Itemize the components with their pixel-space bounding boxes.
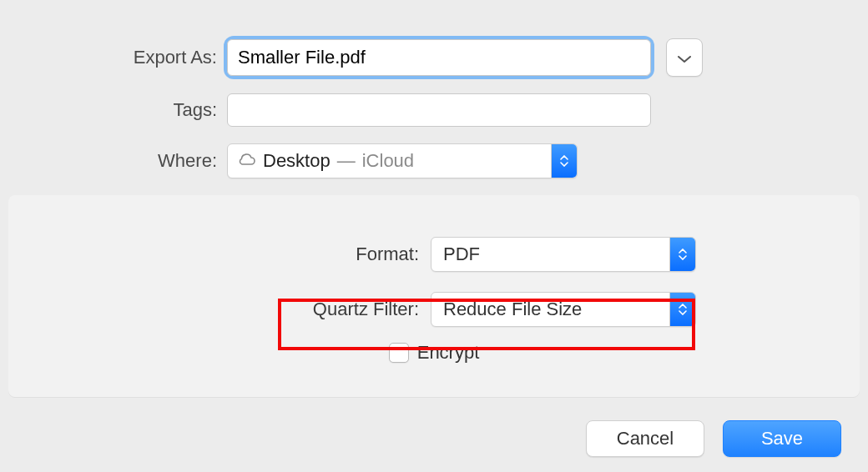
where-stepper-icon xyxy=(551,144,577,178)
tags-row: Tags: xyxy=(0,93,868,127)
where-provider: iCloud xyxy=(362,150,414,172)
format-stepper-icon xyxy=(669,238,695,271)
export-as-input[interactable] xyxy=(227,39,651,76)
where-separator: — xyxy=(337,150,356,172)
options-panel: Format: PDF Quartz Filter: Reduce File S… xyxy=(8,195,860,397)
format-select[interactable]: PDF xyxy=(431,237,696,272)
format-value: PDF xyxy=(431,244,669,265)
tags-input[interactable] xyxy=(227,93,651,127)
where-select[interactable]: Desktop — iCloud xyxy=(227,143,578,178)
format-label: Format: xyxy=(8,244,431,265)
encrypt-label: Encrypt xyxy=(417,342,480,364)
expand-panel-button[interactable] xyxy=(666,38,703,77)
quartz-filter-value: Reduce File Size xyxy=(431,299,669,320)
export-as-row: Export As: xyxy=(0,38,868,77)
cancel-button[interactable]: Cancel xyxy=(586,420,704,457)
dialog-footer: Cancel Save xyxy=(586,420,841,457)
quartz-filter-row: Quartz Filter: Reduce File Size xyxy=(8,292,860,327)
save-button[interactable]: Save xyxy=(723,420,841,457)
encrypt-row: Encrypt xyxy=(8,342,860,364)
quartz-filter-label: Quartz Filter: xyxy=(8,299,431,320)
export-as-label: Export As: xyxy=(0,47,227,68)
tags-label: Tags: xyxy=(0,99,227,121)
quartz-filter-stepper-icon xyxy=(669,293,695,326)
where-label: Where: xyxy=(0,150,227,172)
encrypt-checkbox[interactable] xyxy=(389,343,409,363)
quartz-filter-select[interactable]: Reduce File Size xyxy=(431,292,696,327)
format-row: Format: PDF xyxy=(8,237,860,272)
cloud-icon xyxy=(236,151,256,171)
where-location: Desktop xyxy=(263,150,331,172)
where-row: Where: Desktop — iCloud xyxy=(0,143,868,178)
chevron-down-icon xyxy=(678,47,691,68)
